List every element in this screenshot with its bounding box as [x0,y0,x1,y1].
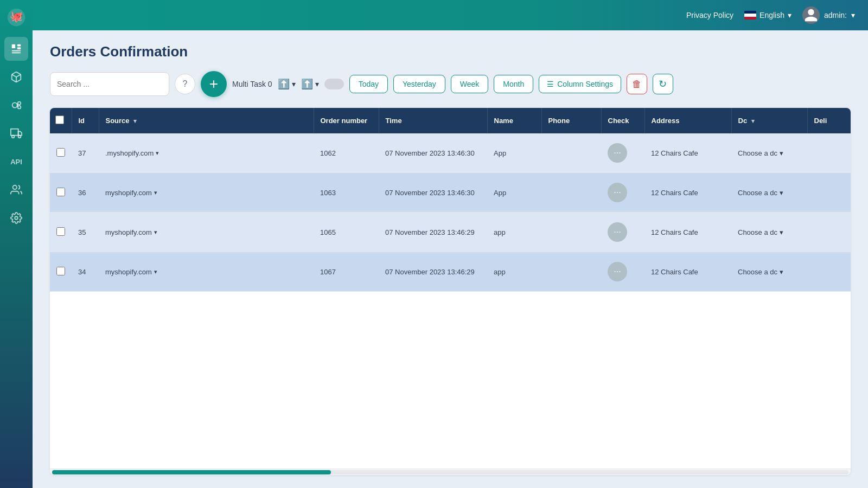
dc-dropdown[interactable]: Choose a dc ▾ [738,189,801,197]
dc-dropdown[interactable]: Choose a dc ▾ [738,149,801,157]
delete-button[interactable]: 🗑 [627,74,647,94]
cell-address: 12 Chairs Cafe [644,173,731,213]
check-button[interactable]: ··· [608,222,627,242]
today-button[interactable]: Today [349,75,388,93]
cell-check[interactable]: ··· [601,133,644,173]
cell-dc[interactable]: Choose a dc ▾ [731,133,807,173]
cell-name: app [487,213,541,252]
svg-line-11 [17,104,18,105]
scroll-thumb [52,470,331,474]
language-selector[interactable]: English ▾ [744,11,792,20]
refresh-icon: ↻ [659,78,667,90]
column-settings-label: Column Settings [557,80,613,88]
column-settings-button[interactable]: ☰ Column Settings [539,75,621,93]
cell-check[interactable]: ··· [601,213,644,252]
source-sort-icon: ▾ [133,118,137,124]
cell-checkbox[interactable] [50,173,72,213]
upload-icon-1: ⬆️ [278,78,290,90]
cell-deli [807,213,851,252]
sidebar-item-api[interactable]: API [4,150,28,174]
svg-rect-3 [17,44,21,47]
dc-dropdown[interactable]: Choose a dc ▾ [738,268,801,276]
source-dropdown-icon[interactable]: ▾ [156,150,159,157]
svg-rect-6 [17,47,21,49]
trash-icon: 🗑 [632,79,642,90]
upload-button-2[interactable]: ⬆️ ▾ [301,78,319,90]
cell-id: 35 [72,213,99,252]
help-button[interactable]: ? [175,74,195,94]
col-header-phone: Phone [541,108,601,133]
cell-address: 12 Chairs Cafe [644,133,731,173]
sidebar-item-delivery[interactable] [4,121,28,145]
upload-button-1[interactable]: ⬆️ ▾ [278,78,296,90]
row-checkbox[interactable] [56,227,65,236]
cell-checkbox[interactable] [50,252,72,292]
multi-task-label: Multi Task 0 [232,80,272,88]
topbar: Privacy Policy English ▾ admin: ▾ [33,0,868,30]
col-header-dc[interactable]: Dc ▾ [731,108,807,133]
sidebar: 🐙 API [0,0,33,488]
sidebar-item-settings[interactable] [4,206,28,230]
flag-icon [744,11,756,20]
col-header-source[interactable]: Source ▾ [99,108,314,133]
orders-table-container: Id Source ▾ Order number Time Name Phone… [50,108,851,475]
col-header-deli: Deli [807,108,851,133]
sidebar-item-integrations[interactable] [4,93,28,117]
admin-menu[interactable]: admin: ▾ [802,7,855,24]
orders-table: Id Source ▾ Order number Time Name Phone… [50,108,851,292]
horizontal-scrollbar[interactable] [50,468,851,475]
search-box[interactable] [50,72,169,96]
sidebar-item-orders[interactable] [4,37,28,61]
cell-time: 07 November 2023 13:46:29 [379,213,487,252]
toggle-switch[interactable] [324,79,344,89]
svg-point-9 [18,102,21,105]
source-dropdown-icon[interactable]: ▾ [154,189,157,196]
language-label: English [760,11,784,20]
admin-chevron-icon: ▾ [851,11,855,20]
cell-dc[interactable]: Choose a dc ▾ [731,252,807,292]
row-checkbox[interactable] [56,267,65,275]
sidebar-item-products[interactable] [4,65,28,89]
cell-check[interactable]: ··· [601,173,644,213]
table-row: 37 .myshopify.com ▾ 1062 07 November 202… [50,133,851,173]
source-dropdown-icon[interactable]: ▾ [154,229,157,236]
row-checkbox[interactable] [56,188,65,196]
cell-dc[interactable]: Choose a dc ▾ [731,213,807,252]
check-button[interactable]: ··· [608,183,627,202]
refresh-button[interactable]: ↻ [653,74,673,94]
cell-check[interactable]: ··· [601,252,644,292]
cell-order-number: 1065 [314,213,379,252]
col-header-name: Name [487,108,541,133]
dc-dropdown[interactable]: Choose a dc ▾ [738,228,801,236]
main-content: Privacy Policy English ▾ admin: ▾ Orders… [33,0,868,488]
table-row: 36 myshopify.com ▾ 1063 07 November 2023… [50,173,851,213]
sidebar-item-users[interactable] [4,178,28,202]
check-button[interactable]: ··· [608,143,627,163]
search-input[interactable] [57,80,162,88]
cell-time: 07 November 2023 13:46:29 [379,252,487,292]
cell-name: App [487,173,541,213]
svg-rect-5 [12,52,21,53]
row-checkbox[interactable] [56,148,65,157]
svg-line-12 [17,105,18,107]
col-header-check: Check [601,108,644,133]
cell-checkbox[interactable] [50,133,72,173]
cell-time: 07 November 2023 13:46:30 [379,173,487,213]
svg-rect-2 [12,44,15,48]
month-button[interactable]: Month [494,75,533,93]
cell-address: 12 Chairs Cafe [644,213,731,252]
svg-marker-14 [18,131,22,135]
add-order-button[interactable]: + [201,71,227,97]
select-all-checkbox[interactable] [55,115,64,124]
upload-icon-2: ⬆️ [301,78,313,90]
privacy-policy-link[interactable]: Privacy Policy [686,11,733,20]
upload-dropdown-arrow-1: ▾ [292,80,296,88]
week-button[interactable]: Week [451,75,489,93]
cell-phone [541,133,601,173]
cell-checkbox[interactable] [50,213,72,252]
table-scroll-area[interactable]: Id Source ▾ Order number Time Name Phone… [50,108,851,468]
cell-dc[interactable]: Choose a dc ▾ [731,173,807,213]
yesterday-button[interactable]: Yesterday [393,75,445,93]
source-dropdown-icon[interactable]: ▾ [154,268,157,275]
check-button[interactable]: ··· [608,262,627,281]
